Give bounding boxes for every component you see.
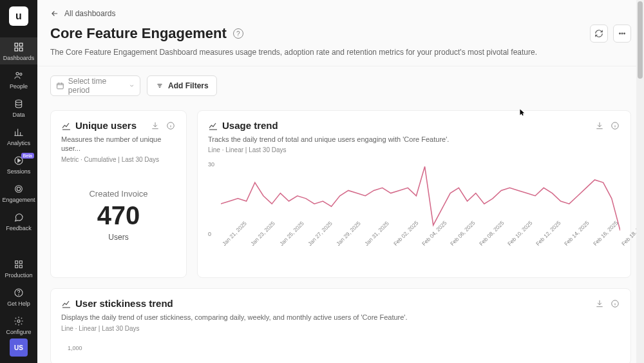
scrollbar[interactable]: [636, 0, 644, 363]
svg-rect-1: [19, 43, 23, 46]
download-icon[interactable]: [594, 121, 605, 131]
svg-point-6: [15, 100, 21, 103]
target-icon: [13, 183, 24, 195]
svg-point-8: [15, 186, 23, 193]
nav-label: Get Help: [7, 300, 30, 307]
nav-label: Sessions: [7, 168, 31, 175]
line-chart-icon: [61, 121, 71, 131]
nav-feedback[interactable]: Feedback: [0, 208, 37, 235]
chart-svg: [221, 161, 620, 241]
nav-production[interactable]: Production: [0, 255, 37, 282]
svg-point-18: [621, 33, 623, 34]
card-meta: Line · Linear | Last 30 Days: [61, 325, 620, 332]
sidebar: u Dashboards People Data Analytics Beta …: [0, 0, 37, 363]
svg-point-9: [17, 187, 20, 190]
main: All dashboards Core Feature Engagement ?…: [37, 0, 644, 363]
page-title: Core Feature Engagement: [50, 25, 227, 42]
back-label: All dashboards: [64, 9, 115, 18]
info-icon[interactable]: [610, 299, 620, 309]
database-icon: [13, 98, 24, 110]
svg-rect-3: [19, 48, 23, 51]
svg-rect-13: [19, 265, 22, 268]
filter-icon: [155, 81, 164, 90]
svg-rect-20: [57, 83, 64, 89]
scroll-thumb[interactable]: [638, 1, 643, 79]
card-title: Usage trend: [222, 120, 278, 131]
divider: [37, 66, 644, 66]
card-title: Unique users: [75, 120, 137, 131]
svg-point-16: [17, 320, 20, 322]
nav-people[interactable]: People: [0, 66, 37, 93]
info-icon[interactable]: [610, 121, 620, 131]
nav-help[interactable]: Get Help: [0, 283, 37, 310]
title-actions: [590, 25, 631, 43]
metric-unit: Users: [61, 233, 176, 242]
chevron-down-icon: [129, 83, 135, 89]
nav-label: Configure: [6, 329, 31, 335]
card-subtitle: Tracks the daily trend of total and uniq…: [208, 135, 620, 144]
more-button[interactable]: [613, 25, 631, 43]
card-usage-trend: Usage trend Tracks the daily trend of to…: [197, 110, 631, 278]
svg-point-15: [19, 295, 19, 295]
metric-label: Created Invoice: [61, 189, 176, 199]
avatar[interactable]: US: [10, 338, 28, 357]
download-icon[interactable]: [594, 299, 605, 309]
nav-sessions[interactable]: Beta Sessions: [0, 151, 37, 178]
svg-rect-2: [15, 48, 18, 51]
add-filters-button[interactable]: Add Filters: [147, 75, 217, 96]
svg-point-17: [620, 33, 621, 34]
nav-label: Analytics: [7, 140, 30, 146]
card-meta: Line · Linear | Last 30 Days: [208, 146, 620, 153]
line-chart-icon: [208, 121, 218, 131]
nav-data[interactable]: Data: [0, 94, 37, 121]
svg-point-4: [16, 72, 19, 75]
svg-rect-10: [15, 261, 18, 264]
usage-chart: 30 0 Jan 21, 2025Jan 23, 2025Jan 25, 202…: [208, 161, 620, 264]
download-icon[interactable]: [150, 121, 160, 131]
time-period-select[interactable]: Select time period: [50, 75, 140, 96]
chart-icon: [13, 126, 24, 138]
nav-engagement[interactable]: Engagement: [0, 179, 37, 206]
card-subtitle: Displays the daily trend of user stickin…: [61, 313, 620, 322]
page-description: The Core Feature Engagement Dashboard me…: [50, 48, 631, 57]
filter-row: Select time period Add Filters: [50, 75, 631, 96]
nav-dashboards[interactable]: Dashboards: [0, 37, 37, 64]
svg-point-5: [20, 73, 22, 75]
nav-label: Data: [12, 112, 24, 118]
svg-point-19: [624, 33, 625, 34]
logo[interactable]: u: [9, 6, 28, 26]
nav-bottom: Production Get Help Configure: [0, 255, 37, 338]
y-tick-max: 30: [208, 161, 214, 168]
info-icon[interactable]: ?: [233, 28, 243, 39]
nav-label: Dashboards: [3, 55, 35, 61]
x-axis: Jan 21, 2025Jan 23, 2025Jan 25, 2025Jan …: [221, 239, 620, 264]
line-chart-icon: [61, 299, 71, 309]
gear-icon: [13, 315, 24, 327]
title-row: Core Feature Engagement ?: [50, 25, 631, 43]
refresh-button[interactable]: [590, 25, 608, 43]
svg-rect-0: [15, 43, 18, 46]
info-icon[interactable]: [166, 121, 176, 131]
box-icon: [13, 259, 24, 270]
metric-body: Created Invoice 470 Users: [61, 163, 176, 242]
y-tick-min: 0: [208, 231, 211, 237]
y-tick-max: 1,000: [68, 345, 82, 351]
nav-analytics[interactable]: Analytics: [0, 123, 37, 150]
people-icon: [13, 70, 24, 81]
card-unique-users: Unique users Measures the number of uniq…: [50, 110, 187, 278]
card-subtitle: Measures the number of unique user...: [61, 135, 176, 153]
nav-label: Engagement: [2, 197, 35, 203]
svg-rect-12: [15, 265, 18, 268]
help-icon: [13, 287, 24, 299]
cards-row: Unique users Measures the number of uniq…: [50, 110, 631, 278]
nav-configure[interactable]: Configure: [0, 311, 37, 338]
beta-badge: Beta: [21, 153, 34, 159]
grid-icon: [13, 41, 24, 53]
back-link[interactable]: All dashboards: [50, 9, 631, 18]
svg-rect-11: [19, 261, 22, 264]
metric-value: 470: [61, 201, 176, 230]
period-placeholder: Select time period: [68, 77, 125, 95]
chat-icon: [13, 211, 24, 223]
arrow-left-icon: [50, 9, 59, 18]
nav-label: People: [10, 83, 28, 90]
